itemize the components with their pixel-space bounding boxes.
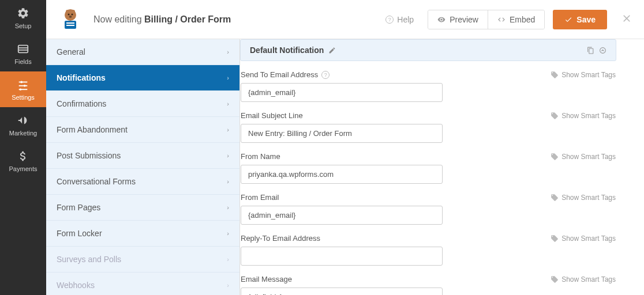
reply-to-input[interactable] [241, 247, 443, 266]
field-from-name: From Name Show Smart Tags [241, 152, 616, 184]
code-icon [497, 16, 506, 24]
nav-marketing[interactable]: Marketing [0, 107, 46, 143]
pencil-icon[interactable] [328, 47, 336, 54]
tag-icon [551, 275, 559, 283]
message-input[interactable] [241, 288, 443, 295]
sidebar-item-label: Form Locker [57, 229, 102, 238]
smart-tags-toggle[interactable]: Show Smart Tags [551, 275, 616, 283]
preview-button[interactable]: Preview [428, 10, 488, 29]
from-email-input[interactable] [241, 206, 443, 225]
preview-embed-group: Preview Embed [428, 10, 545, 29]
sidebar-item-form-pages[interactable]: Form Pages › [46, 195, 239, 221]
svg-rect-16 [66, 22, 74, 24]
svg-point-18 [600, 47, 606, 53]
save-label: Save [576, 15, 596, 24]
form-body: Send To Email Address ? Show Smart Tags … [240, 70, 616, 295]
app-logo [58, 7, 83, 32]
smart-tags-toggle[interactable]: Show Smart Tags [551, 112, 616, 120]
nav-payments[interactable]: Payments [0, 143, 46, 179]
sidebar-item-confirmations[interactable]: Confirmations › [46, 91, 239, 117]
smart-tags-toggle[interactable]: Show Smart Tags [551, 71, 616, 79]
copy-icon[interactable] [587, 47, 594, 54]
svg-rect-0 [18, 45, 28, 52]
svg-point-4 [20, 81, 23, 83]
field-label: Email Subject Line [241, 111, 303, 120]
smart-tags-toggle[interactable]: Show Smart Tags [551, 194, 616, 202]
nav-label: Setup [15, 22, 32, 29]
collapse-icon[interactable] [599, 47, 606, 54]
sidebar-item-form-abandonment[interactable]: Form Abandonment › [46, 117, 239, 143]
nav-fields[interactable]: Fields [0, 36, 46, 71]
title-prefix: Now editing [93, 14, 142, 24]
sidebar-item-notifications[interactable]: Notifications › [46, 65, 239, 91]
chevron-right-icon: › [227, 230, 229, 237]
list-icon [17, 43, 29, 55]
nav-settings[interactable]: Settings [0, 71, 46, 107]
panel-header: Default Notification [240, 39, 616, 61]
nav-label: Marketing [9, 130, 37, 137]
help-tooltip-icon[interactable]: ? [321, 71, 330, 79]
chevron-right-icon: › [227, 74, 229, 81]
chevron-right-icon: › [227, 178, 229, 185]
subject-input[interactable] [241, 124, 443, 143]
settings-sidebar: General › Notifications › Confirmations … [46, 39, 240, 295]
help-icon: ? [385, 16, 394, 24]
svg-point-13 [72, 13, 73, 15]
smart-tags-label: Show Smart Tags [561, 71, 616, 79]
nav-rail: Setup Fields Settings Marketing Payments [0, 0, 46, 295]
check-icon [564, 16, 572, 24]
sidebar-item-form-locker[interactable]: Form Locker › [46, 221, 239, 247]
preview-label: Preview [450, 15, 478, 24]
field-label: Reply-To Email Address [241, 234, 320, 243]
smart-tags-label: Show Smart Tags [561, 153, 616, 161]
nav-label: Settings [12, 94, 35, 101]
smart-tags-label: Show Smart Tags [561, 194, 616, 202]
sidebar-item-conversational-forms[interactable]: Conversational Forms › [46, 169, 239, 195]
svg-point-6 [24, 85, 26, 87]
smart-tags-toggle[interactable]: Show Smart Tags [551, 235, 616, 243]
embed-label: Embed [510, 15, 535, 24]
sidebar-item-label: Form Pages [57, 203, 100, 212]
toolbar-actions: ? Help Preview Embed Save [385, 10, 632, 29]
nav-setup[interactable]: Setup [0, 0, 46, 36]
svg-rect-17 [66, 25, 74, 26]
sidebar-item-post-submissions[interactable]: Post Submissions › [46, 143, 239, 169]
field-from-email: From Email Show Smart Tags [241, 193, 616, 225]
tag-icon [551, 194, 559, 202]
smart-tags-label: Show Smart Tags [561, 275, 616, 283]
sidebar-item-label: General [57, 47, 85, 56]
close-button[interactable] [621, 13, 632, 26]
tag-icon [551, 153, 559, 161]
gear-icon [17, 7, 29, 20]
sidebar-item-surveys-polls[interactable]: Surveys and Polls › [46, 247, 239, 273]
from-name-input[interactable] [241, 165, 443, 184]
title-form-name: Billing / Order Form [144, 14, 231, 24]
sidebar-item-general[interactable]: General › [46, 39, 239, 65]
sidebar-item-label: Surveys and Polls [57, 255, 121, 264]
sidebar-item-label: Confirmations [57, 99, 106, 108]
tag-icon [551, 235, 559, 243]
embed-button[interactable]: Embed [488, 10, 544, 29]
smart-tags-toggle[interactable]: Show Smart Tags [551, 153, 616, 161]
chevron-right-icon: › [227, 152, 229, 159]
field-reply-to: Reply-To Email Address Show Smart Tags [241, 234, 616, 266]
help-label: Help [397, 15, 414, 24]
nav-label: Fields [14, 58, 31, 65]
svg-point-8 [20, 88, 22, 90]
help-link[interactable]: ? Help [385, 15, 414, 24]
chevron-right-icon: › [227, 126, 229, 133]
save-button[interactable]: Save [553, 10, 607, 29]
sidebar-item-label: Webhooks [57, 281, 95, 290]
nav-label: Payments [9, 165, 38, 172]
send-to-input[interactable] [241, 83, 443, 102]
sidebar-item-label: Form Abandonment [57, 125, 128, 134]
close-icon [621, 13, 632, 24]
chevron-right-icon: › [227, 48, 229, 55]
eye-icon [437, 16, 445, 24]
field-send-to: Send To Email Address ? Show Smart Tags [241, 70, 616, 102]
dollar-icon [17, 150, 29, 162]
field-label: Email Message [241, 275, 292, 283]
panel-title: Default Notification [250, 46, 324, 55]
wpforms-logo-icon [58, 7, 83, 32]
sidebar-item-webhooks[interactable]: Webhooks › [46, 273, 239, 295]
